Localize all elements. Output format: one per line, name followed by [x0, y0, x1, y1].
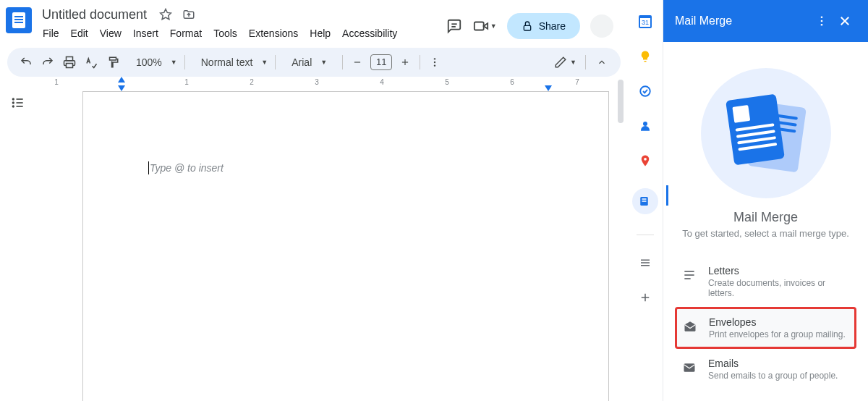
document-title[interactable]: Untitled document — [38, 6, 151, 24]
account-avatar[interactable] — [590, 14, 613, 38]
envelopes-icon — [681, 318, 699, 335]
share-button[interactable]: Share — [507, 13, 580, 39]
svg-point-12 — [434, 62, 435, 63]
redo-button[interactable] — [38, 52, 58, 72]
option-desc: Create documents, invoices or letters. — [708, 278, 851, 298]
editing-mode-button[interactable]: ▼ — [551, 52, 579, 72]
svg-rect-24 — [642, 198, 647, 200]
calendar-icon[interactable]: 31 — [638, 14, 652, 29]
menu-accessibility[interactable]: Accessibility — [337, 26, 402, 41]
menu-help[interactable]: Help — [305, 26, 336, 41]
menu-edit[interactable]: Edit — [66, 26, 93, 41]
svg-point-16 — [13, 102, 14, 104]
vertical-scrollbar[interactable] — [616, 77, 625, 401]
menu-format[interactable]: Format — [165, 26, 207, 41]
emails-icon — [681, 359, 698, 376]
spellcheck-button[interactable] — [81, 52, 101, 72]
contacts-icon[interactable] — [638, 119, 652, 133]
comment-history-icon[interactable] — [446, 17, 463, 35]
font-value: Arial — [287, 56, 316, 68]
move-icon[interactable] — [180, 6, 197, 23]
right-indent-marker[interactable] — [545, 85, 552, 91]
svg-point-11 — [434, 58, 435, 59]
docs-logo[interactable] — [6, 7, 32, 33]
ruler-tick-label: 2 — [250, 78, 254, 86]
collapse-toolbar-button[interactable] — [592, 52, 612, 72]
ruler-tick-label: 1 — [54, 78, 59, 86]
svg-point-18 — [13, 106, 14, 107]
option-title: Letters — [708, 265, 851, 277]
undo-button[interactable] — [16, 52, 36, 72]
panel-title: Mail Merge — [675, 14, 810, 28]
get-addons-icon[interactable] — [638, 290, 652, 305]
panel-subheading: To get started, select a mail merge type… — [675, 228, 856, 239]
menu-file[interactable]: File — [38, 26, 64, 41]
svg-rect-3 — [475, 22, 484, 30]
option-desc: Send emails to a group of people. — [708, 371, 851, 381]
app-header: Untitled document File Edit View Insert … — [0, 0, 628, 42]
svg-point-14 — [13, 98, 14, 100]
panel-more-icon[interactable] — [810, 9, 833, 33]
toolbar: 100% ▼ Normal text ▼ Arial ▼ 11 ▼ — [7, 48, 621, 77]
svg-rect-25 — [642, 200, 647, 202]
letters-icon — [681, 266, 698, 284]
style-value: Normal text — [197, 56, 258, 68]
paragraph-style-dropdown[interactable]: Normal text ▼ — [190, 52, 271, 72]
document-page[interactable]: Type @ to insert — [82, 91, 609, 401]
first-line-indent-marker[interactable] — [118, 77, 125, 83]
text-cursor — [148, 161, 149, 174]
print-button[interactable] — [59, 52, 80, 72]
merge-option-envelopes[interactable]: Envelopes Print envelopes for a group ma… — [675, 307, 856, 349]
svg-point-13 — [434, 64, 435, 66]
keep-icon[interactable] — [638, 49, 652, 64]
svg-rect-7 — [67, 57, 73, 61]
svg-point-21 — [643, 122, 647, 126]
menubar: File Edit View Insert Format Tools Exten… — [38, 25, 446, 42]
menu-tools[interactable]: Tools — [208, 26, 242, 41]
menu-view[interactable]: View — [95, 26, 127, 41]
panel-illustration — [675, 68, 856, 198]
menu-insert[interactable]: Insert — [128, 26, 163, 41]
ruler-tick-label: 1 — [184, 78, 189, 86]
side-panel-rail: 31 — [628, 0, 663, 401]
more-toolbar-button[interactable] — [425, 52, 445, 72]
increase-font-button[interactable] — [395, 52, 415, 72]
merge-option-letters[interactable]: Letters Create documents, invoices or le… — [675, 256, 856, 307]
ruler-tick-label: 5 — [445, 78, 449, 86]
star-icon[interactable] — [157, 6, 174, 23]
svg-rect-6 — [67, 64, 73, 68]
meet-icon[interactable]: ▼ — [473, 17, 497, 35]
font-size-input[interactable]: 11 — [370, 54, 392, 70]
ruler-tick-label: 3 — [315, 78, 319, 86]
font-dropdown[interactable]: Arial ▼ — [280, 52, 338, 72]
svg-point-31 — [821, 16, 823, 18]
svg-rect-5 — [524, 25, 530, 30]
zoom-dropdown[interactable]: 100% ▼ — [124, 52, 180, 72]
svg-point-32 — [821, 20, 823, 22]
panel-heading: Mail Merge — [675, 210, 856, 225]
paint-format-button[interactable] — [103, 52, 123, 72]
ruler-tick-label: 6 — [510, 78, 514, 86]
ruler-tick-label: 7 — [575, 78, 579, 86]
left-indent-marker[interactable] — [118, 85, 125, 91]
svg-point-22 — [644, 158, 647, 161]
merge-option-emails[interactable]: Emails Send emails to a group of people. — [675, 349, 856, 389]
show-side-panel-icon[interactable] — [638, 256, 652, 270]
zoom-value: 100% — [132, 56, 166, 68]
mail-merge-addon-icon[interactable] — [632, 188, 658, 214]
outline-button[interactable] — [9, 94, 27, 111]
insert-placeholder: Type @ to insert — [150, 162, 224, 174]
option-title: Emails — [708, 358, 851, 369]
svg-rect-39 — [684, 363, 695, 372]
ruler-tick-label: 4 — [380, 78, 384, 86]
tasks-icon[interactable] — [638, 84, 652, 98]
maps-icon[interactable] — [638, 153, 652, 168]
option-title: Envelopes — [709, 316, 850, 328]
option-desc: Print envelopes for a group mailing. — [709, 329, 850, 339]
menu-extensions[interactable]: Extensions — [244, 26, 303, 41]
svg-marker-0 — [161, 9, 171, 20]
horizontal-ruler[interactable]: 1 1 2 3 4 5 6 7 — [46, 77, 609, 91]
decrease-font-button[interactable] — [347, 52, 367, 72]
share-label: Share — [539, 20, 566, 32]
panel-close-icon[interactable] — [833, 9, 856, 33]
